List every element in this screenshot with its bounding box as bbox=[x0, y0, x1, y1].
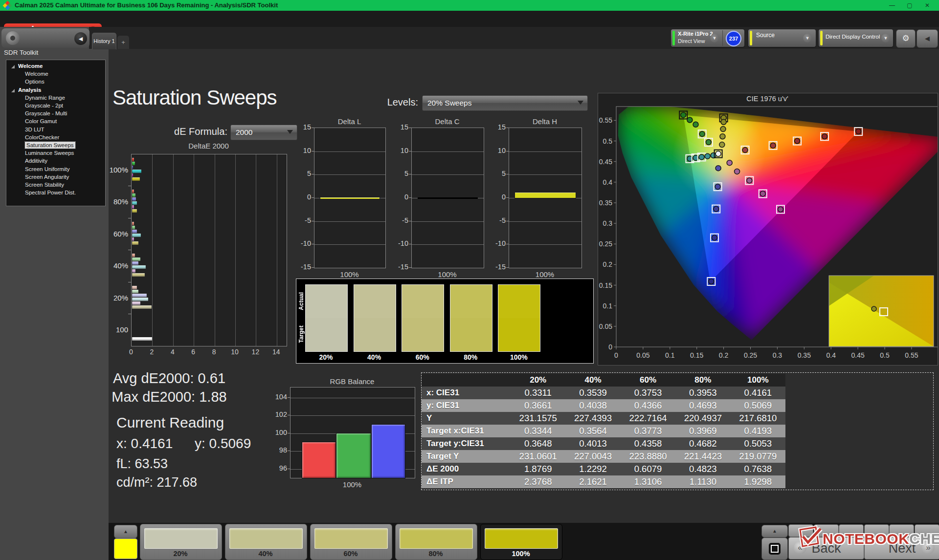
sidebar-item-label: Dynamic Range bbox=[25, 95, 65, 101]
delta-h-xlabel: 100% bbox=[509, 270, 581, 279]
deltae-bar bbox=[132, 201, 137, 205]
sidebar-item-screen-stability[interactable]: Screen Stability bbox=[6, 182, 105, 190]
minimize-button[interactable]: — bbox=[883, 0, 901, 11]
sidebar-item-spectral-power-dist[interactable]: Spectral Power Dist. bbox=[6, 190, 105, 197]
level-swatch-button-60%[interactable]: 60% bbox=[310, 524, 392, 560]
delta-c-ytick-mark bbox=[409, 244, 411, 244]
display-control-dropdown[interactable]: Direct Display Control ▼ bbox=[819, 29, 893, 47]
cie-measured-dot bbox=[778, 207, 783, 212]
sidebar-item-welcome[interactable]: Welcome bbox=[6, 71, 105, 79]
current-pattern-swatch[interactable] bbox=[114, 538, 137, 559]
level-swatch-button-40%[interactable]: 40% bbox=[225, 524, 307, 560]
deltae-ytick-mark bbox=[128, 186, 131, 186]
pattern-up-button[interactable]: ▲ bbox=[114, 525, 137, 538]
table-row: x: CIE310.33110.35390.37530.39530.4161 bbox=[422, 387, 785, 399]
meter-status-button[interactable] bbox=[6, 31, 20, 45]
sidebar-item-welcome[interactable]: Welcome bbox=[6, 63, 105, 71]
deltae-ytick-mark bbox=[128, 282, 131, 282]
delta-c-ytick-mark bbox=[409, 197, 411, 198]
table-cell: 0.3953 bbox=[675, 387, 730, 399]
sidebar-item-colorchecker[interactable]: ColorChecker bbox=[6, 134, 105, 142]
sidebar-item-grayscale-multi[interactable]: Grayscale - Multi bbox=[6, 110, 105, 118]
stop-measure-button[interactable] bbox=[761, 538, 788, 560]
delta-h-ytick-label: -5 bbox=[488, 216, 506, 224]
swatch-pair-20% bbox=[305, 284, 348, 352]
sidebar-item-options[interactable]: Options bbox=[6, 79, 105, 86]
level-swatch-button-20%[interactable]: 20% bbox=[140, 524, 222, 560]
deltae-bar bbox=[132, 197, 136, 201]
tab-history-1[interactable]: History 1 bbox=[92, 33, 116, 49]
table-cell: 223.8880 bbox=[621, 450, 675, 463]
sidebar-item-screen-uniformity[interactable]: Screen Uniformity bbox=[6, 166, 105, 174]
svg-text:0.35: 0.35 bbox=[599, 199, 612, 207]
close-button[interactable]: ✕ bbox=[918, 0, 936, 11]
delta-c-ytick-label: 0 bbox=[391, 193, 408, 201]
settings-gear-button[interactable]: ⚙ bbox=[896, 29, 916, 48]
table-cell: 2.1621 bbox=[565, 475, 620, 488]
table-cell: 231.0601 bbox=[511, 450, 565, 463]
sidebar-item-dynamic-range[interactable]: Dynamic Range bbox=[6, 95, 105, 103]
session-toolbar-button-6[interactable] bbox=[915, 524, 939, 537]
session-toolbar-button-3[interactable] bbox=[839, 524, 864, 537]
delta-l-gridline bbox=[314, 174, 385, 175]
window-titlebar: Calman 2025 Calman Ultimate for Business… bbox=[0, 0, 939, 11]
next-button[interactable]: Next » bbox=[864, 537, 939, 560]
deltae-gridline bbox=[194, 154, 194, 346]
expander-icon[interactable] bbox=[11, 65, 15, 68]
add-tab-button[interactable]: + bbox=[117, 36, 129, 49]
deltae-bar bbox=[132, 286, 137, 289]
deltae-bar bbox=[132, 337, 152, 341]
panel-collapse-button[interactable]: ◀ bbox=[917, 29, 938, 48]
table-cell: 0.3753 bbox=[621, 387, 675, 399]
session-toolbar-button-4[interactable] bbox=[864, 524, 889, 537]
expander-icon[interactable] bbox=[11, 89, 15, 92]
delta-c-plot bbox=[411, 128, 484, 268]
sidebar-item-label: Color Gamut bbox=[25, 118, 57, 124]
sidebar-item-grayscale-2pt[interactable]: Grayscale - 2pt bbox=[6, 103, 105, 110]
source-dropdown[interactable]: Source ▼ bbox=[748, 29, 816, 47]
delta-h-gridline bbox=[509, 221, 581, 222]
session-toolbar-button-5[interactable] bbox=[889, 524, 914, 537]
level-swatch-button-80%[interactable]: 80% bbox=[395, 524, 477, 560]
de-formula-dropdown[interactable]: 2000 bbox=[230, 125, 297, 140]
sidebar-collapse-button[interactable]: ◀ bbox=[74, 32, 87, 45]
sidebar-item-screen-angularity[interactable]: Screen Angularity bbox=[6, 174, 105, 182]
sidebar-item-color-gamut[interactable]: Color Gamut bbox=[6, 118, 105, 126]
swatch-target bbox=[498, 318, 540, 351]
sidebar-item-label: Screen Angularity bbox=[25, 174, 69, 180]
cie-measured-dot bbox=[712, 235, 717, 240]
table-header-cell: 20% bbox=[511, 374, 565, 387]
sidebar-item-3d-lut[interactable]: 3D LUT bbox=[6, 127, 105, 134]
deltae-bar bbox=[132, 170, 141, 173]
meter-caret-icon: ▼ bbox=[710, 34, 719, 43]
rgb-ytick-mark bbox=[288, 397, 290, 398]
level-swatch-button-100%[interactable]: 100% bbox=[480, 524, 562, 560]
sidebar-item-analysis[interactable]: Analysis bbox=[6, 87, 105, 95]
display-caret-icon: ▼ bbox=[881, 34, 890, 43]
levels-dropdown[interactable]: 20% Sweeps bbox=[422, 95, 588, 111]
session-up-button[interactable]: ▲ bbox=[761, 525, 788, 538]
session-toolbar-button-2[interactable] bbox=[814, 524, 839, 537]
cie-measured-dot bbox=[681, 112, 686, 118]
meter-dropdown[interactable]: X-Rite i1Pro 2 Direct View ▼ 237 bbox=[671, 29, 744, 47]
session-toolbar-button-1[interactable] bbox=[788, 524, 813, 537]
cie-measured-dot bbox=[699, 131, 705, 137]
sidebar-item-label: Additivity bbox=[25, 158, 47, 164]
source-label: Source bbox=[756, 32, 775, 39]
table-cell: 0.3539 bbox=[565, 387, 620, 399]
meter-count-badge[interactable]: 237 bbox=[726, 31, 741, 46]
cie-measured-dot bbox=[699, 154, 704, 160]
sidebar-item-luminance-sweeps[interactable]: Luminance Sweeps bbox=[6, 150, 105, 158]
swatch-comparison-panel: ActualTarget20%40%60%80%100% bbox=[296, 279, 594, 364]
cie-inset-dot bbox=[872, 306, 876, 311]
sidebar-item-saturation-sweeps[interactable]: Saturation Sweeps bbox=[6, 142, 105, 150]
delta-c-bar bbox=[418, 197, 478, 199]
maximize-button[interactable]: ▢ bbox=[901, 0, 918, 11]
delta-h-bar bbox=[515, 193, 576, 198]
back-button[interactable]: « Back bbox=[788, 537, 864, 560]
deltae-gridline bbox=[235, 154, 236, 346]
swatch-actual bbox=[402, 285, 444, 318]
table-cell: 222.7164 bbox=[621, 412, 675, 425]
deltae-chart-plot bbox=[131, 154, 287, 346]
sidebar-item-additivity[interactable]: Additivity bbox=[6, 158, 105, 166]
